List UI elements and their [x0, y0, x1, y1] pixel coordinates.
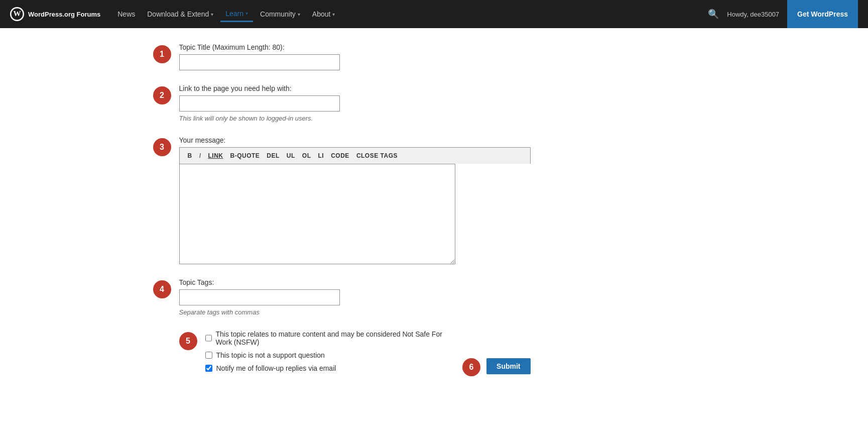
svg-text:W: W — [13, 10, 21, 18]
step1-field: Topic Title (Maximum Length: 80): — [179, 43, 531, 70]
step2-row: 2 Link to the page you need help with: T… — [153, 84, 715, 122]
message-label: Your message: — [179, 136, 531, 144]
nav-community[interactable]: Community ▾ — [255, 7, 305, 21]
bquote-button[interactable]: B-QUOTE — [227, 151, 263, 161]
notify-checkbox[interactable] — [205, 365, 212, 372]
chevron-down-icon: ▾ — [211, 12, 213, 17]
main-content: 1 Topic Title (Maximum Length: 80): 2 Li… — [133, 28, 735, 407]
get-wordpress-button[interactable]: Get WordPress — [787, 0, 858, 28]
chevron-down-icon: ▾ — [298, 12, 300, 17]
step2-badge: 2 — [153, 86, 171, 104]
submit-button[interactable]: Submit — [486, 358, 530, 374]
tags-hint: Separate tags with commas — [179, 308, 531, 316]
navbar-links: News Download & Extend ▾ Learn ▾ Communi… — [112, 7, 708, 22]
not-support-checkbox[interactable] — [205, 352, 212, 359]
li-button[interactable]: LI — [315, 151, 327, 161]
nsfw-label: This topic relates to mature content and… — [216, 330, 455, 346]
link-input[interactable] — [179, 95, 340, 112]
close-tags-button[interactable]: CLOSE TAGS — [353, 151, 401, 161]
nsfw-checkbox[interactable] — [205, 335, 212, 342]
notify-label: Notify me of follow-up replies via email — [216, 364, 336, 372]
message-toolbar: B I LINK B-QUOTE DEL UL OL LI CODE CLOSE… — [179, 147, 531, 164]
step4-field: Topic Tags: Separate tags with commas — [179, 278, 531, 316]
step5-badge: 5 — [179, 332, 197, 350]
nav-learn[interactable]: Learn ▾ — [220, 7, 253, 22]
site-title: WordPress.org Forums — [28, 11, 100, 18]
navbar: W WordPress.org Forums News Download & E… — [0, 0, 868, 28]
link-hint: This link will only be shown to logged-i… — [179, 115, 531, 122]
ol-button[interactable]: OL — [299, 151, 314, 161]
user-greeting: Howdy, dee35007 — [727, 11, 779, 18]
checkboxes-section: This topic relates to mature content and… — [205, 330, 455, 372]
step6-badge: 6 — [462, 358, 480, 376]
step1-badge: 1 — [153, 45, 171, 63]
code-button[interactable]: CODE — [328, 151, 352, 161]
tags-input[interactable] — [179, 289, 340, 305]
nav-about[interactable]: About ▾ — [307, 7, 340, 21]
step4-badge: 4 — [153, 280, 171, 298]
not-support-row: This topic is not a support question — [205, 351, 455, 359]
not-support-label: This topic is not a support question — [216, 351, 325, 359]
link-label: Link to the page you need help with: — [179, 84, 531, 92]
del-button[interactable]: DEL — [264, 151, 283, 161]
step3-field: Your message: B I LINK B-QUOTE DEL UL OL… — [179, 136, 531, 264]
nav-news[interactable]: News — [112, 7, 140, 21]
bottom-area: 5 This topic relates to mature content a… — [179, 330, 531, 377]
nav-download[interactable]: Download & Extend ▾ — [142, 7, 218, 21]
notify-row: Notify me of follow-up replies via email — [205, 364, 455, 372]
chevron-down-icon: ▾ — [332, 12, 335, 17]
topic-title-label: Topic Title (Maximum Length: 80): — [179, 43, 531, 51]
navbar-right: 🔍 Howdy, dee35007 Get WordPress — [708, 0, 858, 28]
step6-area: 6 Submit — [462, 356, 530, 377]
italic-button[interactable]: I — [196, 151, 204, 161]
bottom-left: This topic relates to mature content and… — [205, 330, 455, 377]
link-button[interactable]: LINK — [205, 151, 226, 161]
ul-button[interactable]: UL — [284, 151, 298, 161]
site-logo[interactable]: W WordPress.org Forums — [10, 7, 100, 21]
search-icon[interactable]: 🔍 — [708, 9, 719, 20]
nsfw-row: This topic relates to mature content and… — [205, 330, 455, 346]
step3-row: 3 Your message: B I LINK B-QUOTE DEL UL … — [153, 136, 715, 264]
step4-row: 4 Topic Tags: Separate tags with commas — [153, 278, 715, 316]
step1-row: 1 Topic Title (Maximum Length: 80): — [153, 43, 715, 70]
step3-badge: 3 — [153, 138, 171, 156]
chevron-down-icon: ▾ — [245, 11, 248, 16]
topic-title-input[interactable] — [179, 54, 340, 70]
tags-label: Topic Tags: — [179, 278, 531, 286]
bold-button[interactable]: B — [185, 151, 195, 161]
message-textarea[interactable] — [179, 164, 455, 264]
step2-field: Link to the page you need help with: Thi… — [179, 84, 531, 122]
